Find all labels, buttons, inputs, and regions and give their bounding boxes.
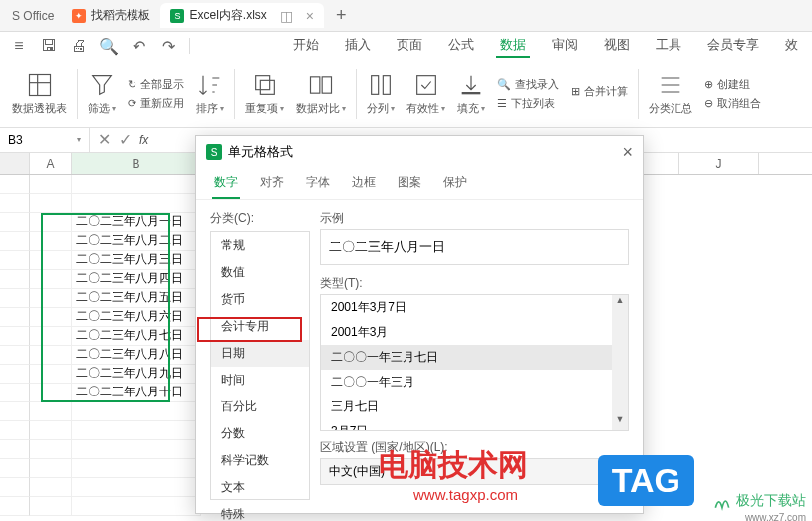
row-header[interactable] (0, 251, 30, 270)
menu-tools[interactable]: 工具 (652, 34, 685, 58)
cell[interactable] (30, 384, 72, 402)
dropdown-list[interactable]: ☰下拉列表 (497, 96, 559, 111)
cell[interactable] (30, 213, 72, 232)
col-header-a[interactable]: A (30, 153, 72, 174)
cell[interactable] (72, 421, 201, 440)
merge-calc[interactable]: ⊞合并计算 (571, 84, 628, 99)
category-item[interactable]: 常规 (211, 232, 309, 259)
close-icon[interactable]: × (622, 142, 633, 163)
save-icon[interactable]: 🖫 (40, 37, 58, 55)
cell[interactable] (30, 327, 72, 346)
scroll-down-icon[interactable]: ▼ (612, 414, 628, 430)
category-item[interactable]: 百分比 (211, 393, 309, 420)
undo-icon[interactable]: ↶ (130, 37, 147, 55)
tab-font[interactable]: 字体 (304, 168, 332, 199)
cell[interactable] (72, 194, 201, 213)
type-item[interactable]: 二〇〇一年三月七日 (321, 345, 628, 370)
row-header[interactable] (0, 327, 30, 346)
scrollbar[interactable]: ▲ ▼ (612, 295, 628, 430)
cell[interactable] (30, 346, 72, 365)
menu-vip[interactable]: 会员专享 (703, 34, 763, 58)
type-item[interactable]: 二〇〇一年三月 (321, 370, 628, 394)
row-header[interactable] (0, 421, 30, 440)
category-item[interactable]: 时间 (211, 367, 309, 393)
row-header[interactable] (0, 175, 30, 194)
cell[interactable] (30, 402, 72, 421)
tab-border[interactable]: 边框 (350, 168, 378, 199)
tab-doc1[interactable]: ✦ 找稻壳模板 (62, 3, 160, 28)
select-all-corner[interactable] (0, 153, 30, 174)
cell[interactable]: 二〇二三年八月三日 (72, 251, 201, 270)
menu-icon[interactable]: ≡ (10, 37, 28, 55)
ungroup[interactable]: ⊖取消组合 (704, 96, 761, 111)
category-item[interactable]: 分数 (211, 420, 309, 447)
category-item[interactable]: 日期 (211, 340, 309, 367)
cell[interactable]: 二〇二三年八月八日 (72, 346, 201, 365)
close-icon[interactable]: × (306, 8, 314, 24)
type-item[interactable]: 2001年3月 (321, 320, 628, 345)
create-group[interactable]: ⊕创建组 (704, 77, 761, 92)
row-header[interactable] (0, 459, 30, 478)
row-header[interactable] (0, 346, 30, 365)
category-item[interactable]: 货币 (211, 286, 309, 313)
row-header[interactable] (0, 497, 30, 516)
pivot-group[interactable]: 数据透视表 (8, 71, 71, 116)
menu-review[interactable]: 审阅 (548, 34, 582, 58)
category-list[interactable]: 常规数值货币会计专用日期时间百分比分数科学记数文本特殊自定义 (210, 231, 310, 500)
row-header[interactable] (0, 384, 30, 402)
cell[interactable] (30, 175, 72, 194)
tab-align[interactable]: 对齐 (258, 168, 286, 199)
compare-group[interactable]: 数据对比▾ (292, 71, 350, 116)
cell[interactable] (72, 459, 201, 478)
tab-number[interactable]: 数字 (212, 168, 240, 199)
cell[interactable]: 二〇二三年八月六日 (72, 308, 201, 327)
menu-insert[interactable]: 插入 (341, 34, 375, 58)
col-header-j[interactable]: J (679, 153, 759, 174)
new-tab-button[interactable]: + (336, 5, 347, 26)
sort-group[interactable]: 排序▾ (192, 71, 228, 116)
validate-group[interactable]: 有效性▾ (403, 71, 449, 116)
category-item[interactable]: 特殊 (211, 501, 309, 521)
cell[interactable] (30, 440, 72, 459)
cancel-icon[interactable]: ✕ (98, 130, 111, 149)
cell[interactable] (30, 497, 72, 516)
menu-page[interactable]: 页面 (393, 34, 426, 58)
row-header[interactable] (0, 232, 30, 251)
cell[interactable] (72, 440, 201, 459)
row-header[interactable] (0, 289, 30, 308)
row-header[interactable] (0, 308, 30, 327)
show-all[interactable]: ↻全部显示 (128, 77, 184, 92)
row-header[interactable] (0, 365, 30, 384)
tab-pattern[interactable]: 图案 (396, 168, 423, 199)
category-item[interactable]: 文本 (211, 474, 309, 501)
row-header[interactable] (0, 270, 30, 289)
cell[interactable] (30, 459, 72, 478)
cell[interactable] (30, 251, 72, 270)
cell[interactable]: 二〇二三年八月九日 (72, 365, 201, 384)
menu-start[interactable]: 开始 (289, 34, 323, 58)
dialog-titlebar[interactable]: S 单元格格式 × (196, 136, 643, 168)
scroll-up-icon[interactable]: ▲ (612, 295, 628, 311)
redo-icon[interactable]: ↷ (159, 37, 177, 55)
fx-button[interactable]: fx (139, 133, 148, 147)
cell[interactable] (72, 497, 201, 516)
cell[interactable] (30, 289, 72, 308)
menu-data[interactable]: 数据 (496, 34, 530, 58)
cell[interactable] (30, 194, 72, 213)
dup-group[interactable]: 重复项▾ (241, 71, 288, 116)
cell[interactable] (30, 308, 72, 327)
cell[interactable] (72, 175, 201, 194)
category-item[interactable]: 数值 (211, 259, 309, 286)
cell[interactable]: 二〇二三年八月七日 (72, 327, 201, 346)
cell[interactable]: 二〇二三年八月十日 (72, 384, 201, 402)
cell[interactable] (30, 270, 72, 289)
row-header[interactable] (0, 194, 30, 213)
tab-doc2[interactable]: S Excel内容.xlsx ◫ × (160, 3, 324, 28)
menu-view[interactable]: 视图 (600, 34, 634, 58)
subtotal-group[interactable]: 分类汇总 (645, 71, 696, 116)
chevron-down-icon[interactable]: ▾ (77, 135, 81, 144)
reapply[interactable]: ⟳重新应用 (128, 96, 184, 111)
cell[interactable] (30, 232, 72, 251)
find-input[interactable]: 🔍查找录入 (497, 77, 559, 92)
preview-icon[interactable]: 🔍 (100, 37, 118, 55)
